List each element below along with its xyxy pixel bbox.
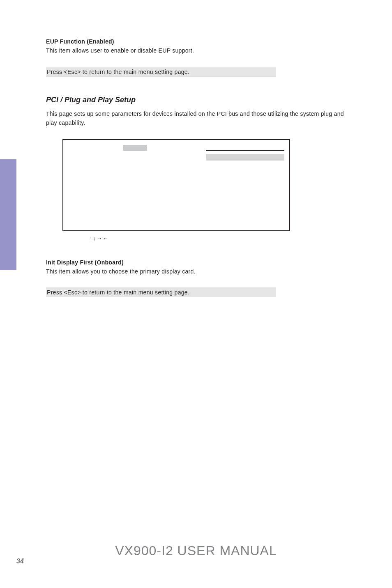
pci-body: This page sets up some parameters for de…: [46, 109, 346, 128]
eup-heading: EUP Function (Enabled): [46, 37, 346, 46]
pci-title: PCI / Plug and Play Setup: [46, 96, 346, 104]
bios-help-highlight: [206, 154, 284, 161]
bios-screenshot-placeholder: [62, 139, 290, 231]
bios-tab-highlight: [123, 145, 147, 151]
footer-title: VX900-I2 USER MANUAL: [0, 543, 392, 558]
side-tab: [0, 159, 16, 270]
esc-note-1: Press <Esc> to return to the main menu s…: [46, 67, 276, 77]
page-content: EUP Function (Enabled) This item allows …: [46, 37, 346, 297]
page-number: 34: [16, 558, 24, 565]
arrow-keys-legend: ↑↓→←: [90, 235, 346, 241]
eup-body: This item allows user to enable or disab…: [46, 46, 346, 55]
esc-note-2: Press <Esc> to return to the main menu s…: [46, 287, 276, 297]
init-body: This item allows you to choose the prima…: [46, 267, 346, 276]
init-heading: Init Display First (Onboard): [46, 258, 346, 267]
